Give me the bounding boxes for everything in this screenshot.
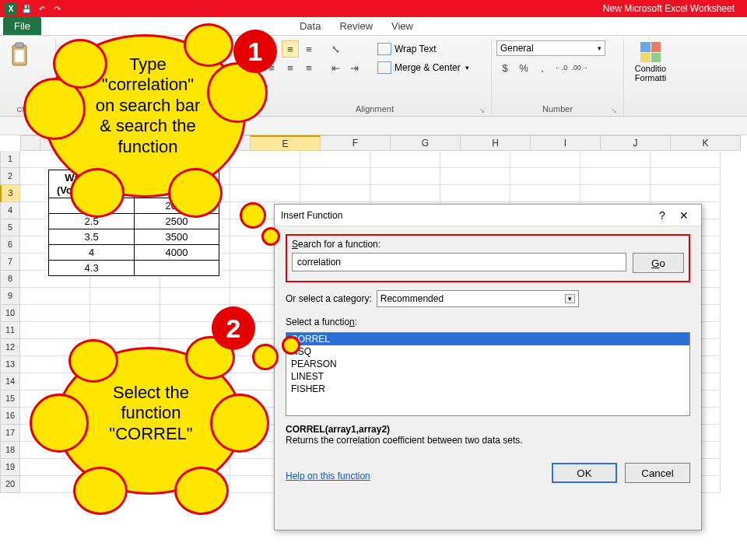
row-header[interactable]: 8: [0, 271, 20, 288]
cell[interactable]: [160, 288, 230, 305]
list-item[interactable]: RSQ: [286, 345, 689, 358]
callout-2: Select the function "CORREL": [22, 327, 279, 521]
cell[interactable]: [300, 168, 370, 185]
go-button[interactable]: Go: [633, 253, 684, 273]
decrease-decimal-icon[interactable]: .00→: [571, 59, 588, 76]
undo-icon[interactable]: ↶: [36, 2, 48, 15]
align-middle-icon[interactable]: ≡: [282, 40, 299, 58]
category-value: Recommended: [381, 293, 444, 304]
row-header[interactable]: 13: [0, 356, 20, 373]
row-header[interactable]: 10: [0, 305, 20, 322]
decrease-indent-icon[interactable]: ⇤: [327, 59, 344, 76]
search-input[interactable]: [292, 253, 626, 271]
cell[interactable]: [580, 168, 651, 185]
col-header[interactable]: G: [391, 135, 461, 151]
row-header[interactable]: 20: [0, 476, 20, 493]
col-header[interactable]: F: [321, 135, 391, 151]
cell[interactable]: [510, 151, 580, 168]
currency-icon[interactable]: $: [496, 59, 514, 76]
col-header[interactable]: J: [601, 135, 671, 151]
cell[interactable]: [90, 305, 160, 322]
cell[interactable]: [300, 185, 370, 202]
search-label: Search for a function:: [292, 239, 684, 250]
select-function-label: Select a function:: [286, 317, 690, 327]
cell[interactable]: [440, 185, 510, 202]
number-format-select[interactable]: General ▾: [496, 40, 605, 56]
row-header[interactable]: 14: [0, 373, 20, 390]
tab-view[interactable]: View: [382, 17, 423, 35]
function-desc-text: Returns the correlation coefficient betw…: [286, 435, 523, 446]
group-alignment-label: Alignment: [263, 103, 486, 116]
list-item[interactable]: PEARSON: [286, 358, 689, 370]
save-icon[interactable]: 💾: [20, 2, 33, 15]
row-header[interactable]: 12: [0, 339, 20, 356]
close-icon[interactable]: ✕: [673, 209, 695, 222]
row-header[interactable]: 16: [0, 408, 20, 425]
cell[interactable]: [580, 151, 651, 168]
cell[interactable]: [580, 185, 651, 202]
row-header[interactable]: 19: [0, 459, 20, 476]
row-header[interactable]: 11: [0, 322, 20, 339]
cancel-button[interactable]: Cancel: [625, 463, 690, 483]
callout-1-tail: [261, 227, 280, 246]
dialog-titlebar: Insert Function ? ✕: [275, 205, 701, 226]
row-header[interactable]: 17: [0, 425, 20, 442]
dropdown-icon: ▾: [598, 44, 601, 52]
list-item[interactable]: LINEST: [286, 370, 689, 383]
tab-review[interactable]: Review: [330, 17, 382, 35]
list-item[interactable]: CORREL: [286, 333, 689, 345]
ok-button[interactable]: OK: [552, 463, 617, 483]
row-header[interactable]: 6: [0, 236, 20, 254]
row-header[interactable]: 7: [0, 254, 20, 271]
cond-fmt-l1: Conditio: [635, 64, 666, 73]
cell[interactable]: [90, 288, 160, 305]
orientation-icon[interactable]: ⤡: [327, 40, 344, 58]
row-header[interactable]: 18: [0, 442, 20, 459]
row-header[interactable]: 5: [0, 219, 20, 236]
function-description: CORREL(array1,array2) Returns the correl…: [286, 424, 690, 446]
increase-decimal-icon[interactable]: ←.0: [552, 59, 570, 76]
percent-icon[interactable]: %: [515, 59, 532, 76]
table-row: 3.53500: [49, 229, 219, 245]
cell[interactable]: [440, 151, 510, 168]
cell[interactable]: [370, 151, 440, 168]
col-header[interactable]: H: [461, 135, 531, 151]
table-row: 44000: [49, 245, 219, 261]
help-icon[interactable]: ?: [651, 209, 673, 222]
titlebar: X 💾 ↶ ↷ New Microsoft Excel Worksheet: [0, 0, 747, 17]
cell[interactable]: [370, 185, 440, 202]
cell[interactable]: [300, 151, 370, 168]
category-select[interactable]: Recommended ▾: [377, 290, 579, 307]
cell[interactable]: [20, 305, 90, 322]
group-number: General ▾ $ % , ←.0 .00→ Number: [492, 39, 624, 116]
cell[interactable]: [651, 185, 721, 202]
conditional-formatting-button[interactable]: Conditio Formatti: [629, 40, 672, 84]
number-format-value: General: [500, 43, 534, 54]
comma-icon[interactable]: ,: [534, 59, 551, 76]
row-header[interactable]: 15: [0, 390, 20, 408]
dropdown-icon: ▾: [565, 294, 575, 303]
cell[interactable]: [370, 168, 440, 185]
help-link[interactable]: Help on this function: [286, 471, 370, 481]
list-item[interactable]: FISHER: [286, 383, 689, 395]
wrap-text-button[interactable]: Wrap Text: [372, 40, 475, 58]
function-syntax: CORREL(array1,array2): [286, 424, 390, 435]
cell[interactable]: [510, 168, 580, 185]
col-header[interactable]: I: [531, 135, 601, 151]
merge-center-button[interactable]: Merge & Center ▾: [372, 59, 475, 76]
cell[interactable]: [510, 185, 580, 202]
function-listbox[interactable]: CORREL RSQ PEARSON LINEST FISHER: [286, 332, 690, 416]
align-right-icon[interactable]: ≡: [300, 59, 317, 76]
increase-indent-icon[interactable]: ⇥: [345, 59, 363, 76]
redo-icon[interactable]: ↷: [51, 2, 64, 15]
cell[interactable]: [20, 288, 90, 305]
row-header[interactable]: 9: [0, 288, 20, 305]
col-header[interactable]: K: [671, 135, 741, 151]
align-bottom-icon[interactable]: ≡: [300, 40, 317, 58]
cell[interactable]: [440, 168, 510, 185]
cell[interactable]: [651, 168, 721, 185]
conditional-formatting-icon: [640, 42, 661, 62]
cell[interactable]: [651, 151, 721, 168]
tab-data[interactable]: Data: [290, 17, 330, 35]
align-center-icon[interactable]: ≡: [282, 59, 299, 76]
